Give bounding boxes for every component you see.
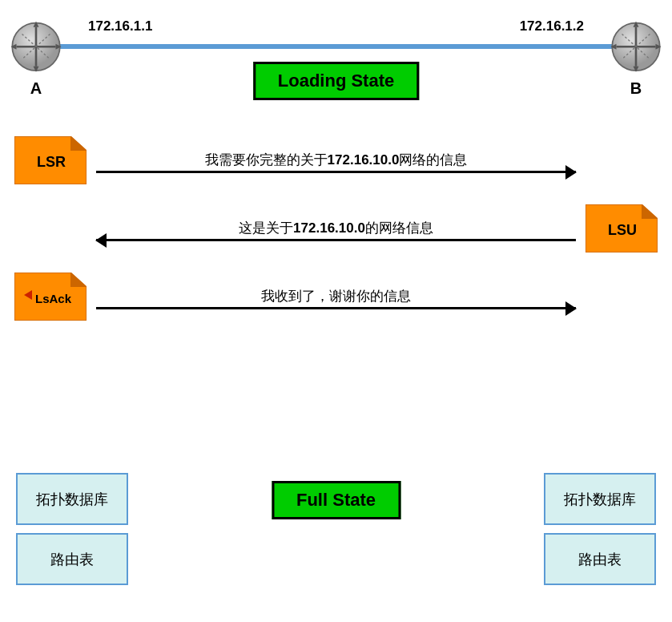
diagram: 172.16.1.1 172.16.1.2 bbox=[0, 0, 672, 622]
lsr-packet: LSR bbox=[14, 136, 87, 184]
route-table-left: 路由表 bbox=[16, 533, 128, 585]
message-row-lsr: LSR 我需要你完整的关于172.16.10.0网络的信息 bbox=[0, 128, 672, 192]
lsu-arrow-container: 这是关于172.16.10.0的网络信息 bbox=[96, 219, 576, 243]
route-table-right: 路由表 bbox=[544, 533, 656, 585]
full-state-box: Full State bbox=[272, 481, 400, 519]
lsack-arrow-right bbox=[96, 307, 576, 309]
topology-db-right: 拓扑数据库 bbox=[544, 473, 656, 525]
svg-text:LSU: LSU bbox=[608, 222, 637, 238]
loading-state-box: Loading State bbox=[253, 62, 419, 100]
router-a-label: A bbox=[30, 79, 42, 98]
message-row-lsack: LsAck 我收到了，谢谢你的信息 bbox=[0, 265, 672, 329]
topology-db-left: 拓扑数据库 bbox=[16, 473, 128, 525]
lsr-arrow-right bbox=[96, 171, 576, 173]
router-connection-line bbox=[48, 44, 624, 49]
lsack-arrow-container: 我收到了，谢谢你的信息 bbox=[96, 287, 576, 311]
ip-label-left: 172.16.1.1 bbox=[88, 18, 152, 34]
top-section: 172.16.1.1 172.16.1.2 bbox=[0, 12, 672, 124]
message-row-lsu: LSU 这是关于172.16.10.0的网络信息 bbox=[0, 196, 672, 261]
router-a-icon bbox=[8, 20, 64, 76]
svg-text:LsAck: LsAck bbox=[35, 292, 72, 305]
lsu-packet: LSU bbox=[585, 204, 658, 252]
lsu-message-text: 这是关于172.16.10.0的网络信息 bbox=[239, 219, 433, 237]
svg-text:LSR: LSR bbox=[37, 154, 66, 170]
lsack-packet: LsAck bbox=[14, 273, 87, 321]
lsr-message-text: 我需要你完整的关于172.16.10.0网络的信息 bbox=[205, 151, 468, 169]
lsack-message-text: 我收到了，谢谢你的信息 bbox=[261, 287, 411, 305]
router-b-icon bbox=[608, 20, 664, 76]
lsr-arrow-container: 我需要你完整的关于172.16.10.0网络的信息 bbox=[96, 151, 576, 175]
router-b-label: B bbox=[630, 79, 642, 98]
lsu-arrow-left bbox=[96, 239, 576, 241]
ip-label-right: 172.16.1.2 bbox=[520, 18, 584, 34]
router-a: A bbox=[8, 20, 64, 98]
router-b: B bbox=[608, 20, 664, 98]
